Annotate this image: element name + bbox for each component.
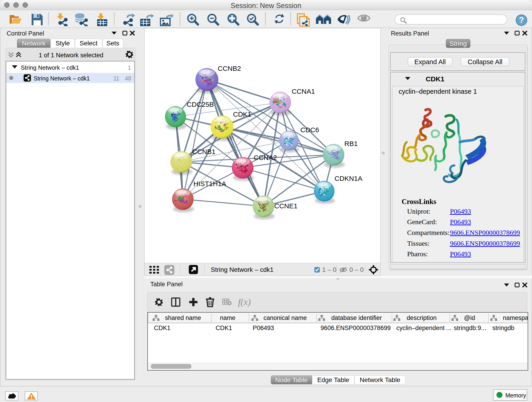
svg-text:CCNB1: CCNB1 <box>192 148 215 155</box>
svg-text:RB1: RB1 <box>344 140 358 147</box>
svg-text:CDC25B: CDC25B <box>187 101 214 108</box>
svg-text:CCNB2: CCNB2 <box>218 65 241 72</box>
svg-text:CDK1: CDK1 <box>233 110 251 118</box>
svg-text:CCNA1: CCNA1 <box>292 88 315 95</box>
svg-text:CCNA2: CCNA2 <box>254 154 277 161</box>
svg-text:CDKN1A: CDKN1A <box>335 175 362 182</box>
svg-text:CDC6: CDC6 <box>300 126 319 134</box>
svg-text:CCNE1: CCNE1 <box>274 202 298 210</box>
svg-text:?: ? <box>519 15 524 25</box>
svg-text:HIST1H1A: HIST1H1A <box>193 180 226 187</box>
